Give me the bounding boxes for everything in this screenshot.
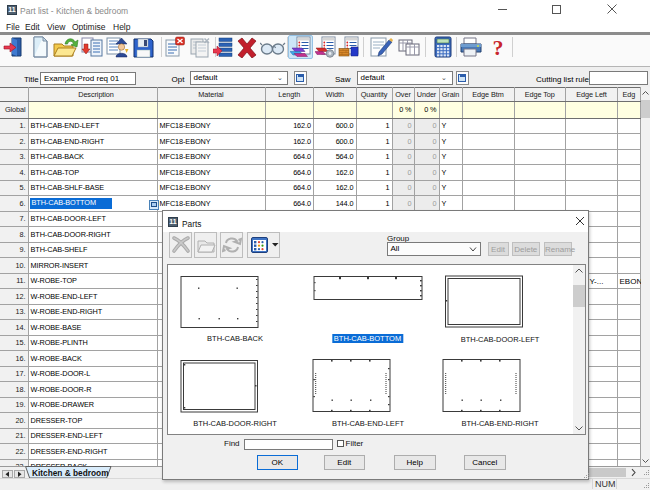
- svg-text:?: ?: [493, 36, 504, 58]
